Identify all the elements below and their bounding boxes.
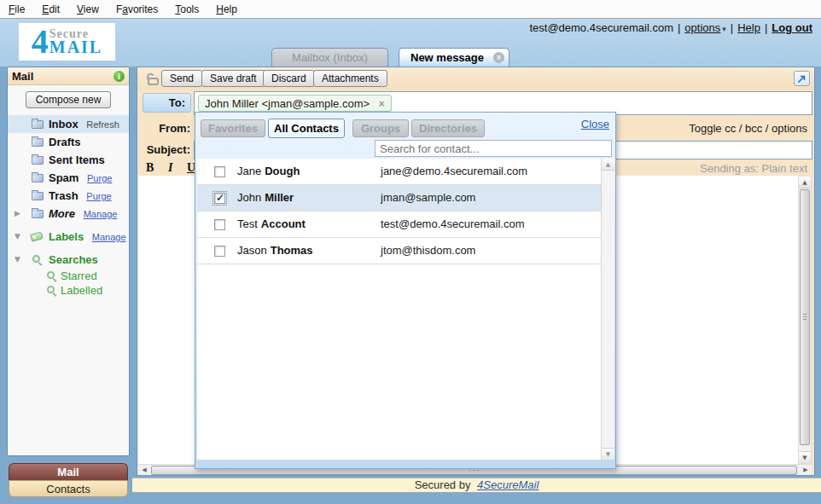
tab-favorites[interactable]: Favorites bbox=[201, 119, 265, 137]
tag-icon bbox=[30, 231, 44, 241]
sending-as-status: Sending as: Plain text bbox=[700, 162, 807, 175]
info-icon[interactable]: i bbox=[114, 71, 125, 82]
discard-button[interactable]: Discard bbox=[263, 70, 315, 87]
search-icon bbox=[47, 271, 55, 279]
contact-search-input[interactable] bbox=[375, 140, 612, 157]
tab-all-contacts[interactable]: All Contacts bbox=[268, 119, 345, 138]
sidebar-item-labelled[interactable]: Labelled bbox=[8, 283, 129, 298]
tab-new-message[interactable]: New message × bbox=[399, 48, 509, 67]
close-tab-icon[interactable]: × bbox=[493, 52, 504, 63]
contact-checkbox[interactable] bbox=[214, 166, 225, 177]
folder-icon bbox=[32, 210, 44, 218]
sidebar-item-more[interactable]: ▶ More Manage bbox=[8, 205, 129, 223]
menu-edit[interactable]: Edit bbox=[42, 3, 60, 15]
nav-mail-button[interactable]: Mail bbox=[9, 463, 128, 480]
scroll-up-icon[interactable]: ▲ bbox=[602, 159, 614, 171]
send-button[interactable]: Send bbox=[161, 70, 202, 87]
folder-icon bbox=[32, 192, 44, 200]
menu-favorites[interactable]: Favorites bbox=[116, 3, 158, 15]
scroll-right-icon[interactable]: ▶ bbox=[800, 465, 812, 476]
save-draft-button[interactable]: Save draft bbox=[201, 70, 265, 87]
contact-checkbox[interactable] bbox=[214, 219, 225, 230]
from-label: From: bbox=[137, 122, 190, 135]
search-icon bbox=[47, 286, 55, 293]
secured-by-text: Secured by bbox=[415, 478, 471, 491]
contact-row[interactable]: JohnMiller jman@sample.com bbox=[197, 185, 614, 211]
contact-checkbox[interactable] bbox=[214, 193, 225, 204]
tab-directories[interactable]: Directories bbox=[411, 119, 485, 137]
attachments-button[interactable]: Attachments bbox=[313, 70, 387, 87]
sidebar-item-drafts[interactable]: Drafts bbox=[8, 133, 129, 151]
nav-contacts-button[interactable]: Contacts bbox=[9, 480, 128, 497]
dropdown-arrow-icon: ▾ bbox=[722, 25, 726, 33]
scroll-up-icon[interactable]: ▲ bbox=[799, 177, 811, 188]
folder-icon bbox=[32, 174, 44, 182]
tab-mailbox-inbox[interactable]: Mailbox (Inbox) bbox=[271, 48, 388, 67]
sidebar-item-labels[interactable]: ▼ Labels Manage bbox=[8, 228, 129, 246]
folder-icon bbox=[32, 156, 44, 165]
scroll-down-icon[interactable]: ▼ bbox=[799, 451, 811, 463]
folder-icon bbox=[32, 120, 44, 129]
compose-new-button[interactable]: Compose new bbox=[26, 91, 111, 108]
app-logo: 4 Secure MAIL bbox=[19, 23, 115, 61]
app-window: File Edit View Favorites Tools Help 4 Se… bbox=[0, 0, 821, 504]
purge-link[interactable]: Purge bbox=[86, 191, 111, 201]
contact-row[interactable]: JaneDough jane@demo.4securemail.com bbox=[197, 159, 614, 185]
body-vertical-scrollbar: ▲ ▼ bbox=[798, 176, 812, 464]
sidebar-item-sent[interactable]: Sent Items bbox=[8, 151, 129, 169]
subject-label: Subject: bbox=[137, 143, 190, 156]
sidebar-title: Mail bbox=[12, 70, 33, 83]
compose-toolbar: Send Save draft Discard Attachments bbox=[137, 67, 814, 90]
vertical-scroll-thumb[interactable] bbox=[800, 189, 810, 445]
sidebar-item-inbox[interactable]: Inbox Refresh bbox=[8, 115, 129, 133]
logout-link[interactable]: Log out bbox=[772, 21, 812, 34]
secured-footer: Secured by 4SecureMail bbox=[132, 478, 821, 493]
app-header: 4 Secure MAIL test@demo.4securemail.com|… bbox=[0, 19, 821, 67]
sidebar-item-spam[interactable]: Spam Purge bbox=[8, 169, 129, 187]
contact-checkbox[interactable] bbox=[214, 246, 225, 257]
recipient-chip: John Miller <jman@sample.com> × bbox=[198, 95, 392, 112]
mail-sidebar: Mail i Compose new Inbox Refresh Drafts … bbox=[7, 67, 130, 456]
logo-mail: MAIL bbox=[49, 38, 102, 55]
sidebar-item-starred[interactable]: Starred bbox=[8, 269, 129, 283]
contact-row[interactable]: TestAccount test@demo.4securemail.com bbox=[197, 211, 614, 238]
manage-link[interactable]: Manage bbox=[92, 232, 126, 242]
search-icon bbox=[32, 255, 40, 263]
scroll-left-icon[interactable]: ◀ bbox=[138, 465, 150, 476]
contact-picker-overlay: Favorites All Contacts Groups Directorie… bbox=[195, 112, 616, 469]
account-email: test@demo.4securemail.com bbox=[529, 21, 673, 34]
refresh-link[interactable]: Refresh bbox=[86, 119, 119, 130]
menu-view[interactable]: View bbox=[77, 3, 99, 15]
chevron-right-icon[interactable]: ▶ bbox=[15, 205, 20, 223]
manage-link[interactable]: Manage bbox=[84, 209, 118, 219]
chevron-down-icon[interactable]: ▼ bbox=[15, 228, 20, 246]
contact-row[interactable]: JasonThomas jtom@thisdom.com bbox=[197, 238, 614, 264]
bold-button[interactable]: B bbox=[146, 161, 154, 174]
options-link[interactable]: options bbox=[684, 21, 720, 34]
picker-vertical-scrollbar: ▲ ▼ bbox=[601, 159, 614, 460]
logo-four: 4 bbox=[32, 27, 49, 56]
brand-link[interactable]: 4SecureMail bbox=[477, 478, 539, 491]
tab-groups[interactable]: Groups bbox=[352, 119, 409, 137]
italic-button[interactable]: I bbox=[168, 161, 172, 174]
account-bar: test@demo.4securemail.com|options▾|Help|… bbox=[529, 21, 812, 34]
popout-icon[interactable] bbox=[794, 71, 810, 86]
sidebar-item-trash[interactable]: Trash Purge bbox=[8, 187, 129, 205]
to-label-button[interactable]: To: bbox=[143, 93, 191, 113]
purge-link[interactable]: Purge bbox=[87, 173, 112, 183]
menu-tools[interactable]: Tools bbox=[175, 3, 199, 15]
help-link[interactable]: Help bbox=[737, 21, 760, 34]
unlock-icon[interactable] bbox=[144, 72, 160, 85]
contact-list: JaneDough jane@demo.4securemail.com John… bbox=[197, 159, 614, 460]
sidebar-item-searches[interactable]: ▼ Searches bbox=[8, 251, 129, 269]
close-picker-link[interactable]: Close bbox=[581, 118, 609, 130]
browser-menu-bar: File Edit View Favorites Tools Help bbox=[0, 0, 821, 19]
toggle-cc-bcc-link[interactable]: Toggle cc / bcc / options bbox=[689, 122, 807, 135]
menu-file[interactable]: File bbox=[9, 3, 25, 15]
scroll-down-icon[interactable]: ▼ bbox=[602, 448, 614, 460]
chevron-down-icon[interactable]: ▼ bbox=[15, 251, 20, 269]
menu-help[interactable]: Help bbox=[216, 3, 237, 15]
remove-recipient-icon[interactable]: × bbox=[379, 98, 385, 110]
folder-icon bbox=[32, 138, 44, 147]
